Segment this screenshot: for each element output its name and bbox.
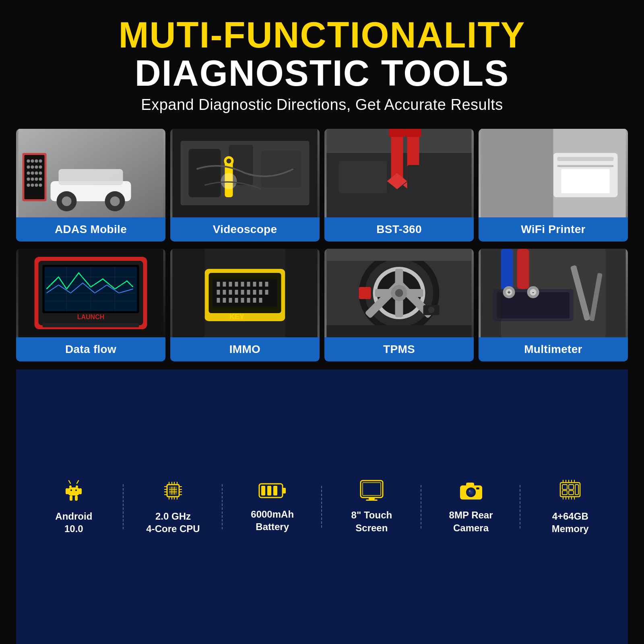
- dataflow-label: Data flow: [16, 337, 165, 361]
- svg-point-23: [35, 178, 38, 181]
- svg-rect-170: [261, 486, 265, 495]
- svg-rect-101: [173, 249, 205, 337]
- svg-rect-174: [363, 483, 381, 495]
- videoscope-label: Videoscope: [170, 217, 320, 242]
- svg-point-144: [70, 489, 72, 491]
- svg-point-13: [27, 165, 30, 169]
- svg-rect-34: [261, 151, 301, 187]
- svg-point-16: [39, 165, 42, 169]
- grid-item-multimeter: + - Multimeter: [479, 249, 628, 361]
- adas-image: [16, 129, 165, 217]
- dataflow-image: LAUNCH: [16, 249, 165, 337]
- grid-row2: LAUNCH Data flow: [16, 249, 628, 361]
- svg-rect-186: [569, 485, 574, 489]
- svg-point-28: [39, 184, 42, 187]
- videoscope-image: [170, 129, 320, 217]
- svg-point-37: [227, 159, 231, 163]
- svg-point-113: [395, 289, 403, 297]
- spec-android: Android10.0: [24, 479, 124, 535]
- svg-rect-139: [79, 488, 82, 494]
- grid-item-dataflow: LAUNCH Data flow: [16, 249, 165, 361]
- svg-rect-172: [273, 486, 277, 495]
- bst-image: [324, 129, 474, 217]
- battery-text: 6000mAhBattery: [251, 508, 294, 533]
- svg-rect-173: [361, 481, 383, 497]
- svg-line-143: [77, 481, 78, 483]
- svg-rect-89: [253, 290, 256, 295]
- svg-rect-118: [327, 325, 472, 337]
- wifi-label: WiFi Printer: [479, 217, 628, 242]
- svg-rect-46: [339, 161, 387, 193]
- spec-cpu: 2.0 GHz4-Core CPU: [124, 479, 223, 535]
- svg-rect-141: [75, 495, 78, 501]
- svg-rect-138: [66, 488, 68, 494]
- svg-rect-185: [562, 485, 567, 489]
- title-white: DIAGNOSTIC TOOLS: [119, 54, 526, 93]
- svg-rect-93: [223, 298, 226, 303]
- svg-rect-97: [247, 298, 250, 303]
- svg-point-25: [27, 184, 30, 187]
- multimeter-image: + -: [479, 249, 628, 337]
- svg-point-14: [31, 165, 34, 169]
- svg-rect-55: [481, 129, 553, 217]
- svg-rect-75: [223, 282, 226, 287]
- main-container: MUTI-FUNCTIONALITY DIAGNOSTIC TOOLS Expa…: [0, 0, 644, 644]
- svg-rect-47: [407, 165, 464, 193]
- svg-rect-32: [189, 149, 221, 197]
- svg-rect-99: [259, 298, 262, 303]
- svg-rect-85: [229, 290, 232, 295]
- svg-point-10: [31, 159, 34, 163]
- multimeter-label: Multimeter: [479, 337, 628, 361]
- svg-rect-6: [59, 169, 123, 185]
- svg-rect-189: [575, 485, 578, 495]
- svg-rect-88: [247, 290, 250, 295]
- svg-rect-79: [247, 282, 250, 287]
- svg-rect-116: [359, 287, 371, 299]
- svg-point-19: [35, 171, 38, 175]
- specs-bar: Android10.0: [16, 369, 628, 644]
- svg-rect-188: [569, 491, 574, 495]
- wifi-image: [479, 129, 628, 217]
- svg-line-142: [69, 481, 70, 483]
- svg-point-5: [110, 196, 120, 206]
- svg-rect-81: [259, 282, 262, 287]
- svg-text:LAUNCH: LAUNCH: [77, 314, 105, 320]
- android-icon: [62, 479, 86, 506]
- subtitle: Expand Diagnostic Directions, Get Accura…: [119, 96, 526, 114]
- svg-rect-45: [405, 129, 421, 137]
- spec-battery: 6000mAhBattery: [223, 481, 322, 533]
- screen-text: 8" TouchScreen: [351, 509, 392, 534]
- svg-rect-87: [241, 290, 244, 295]
- svg-rect-169: [283, 488, 286, 493]
- svg-point-9: [27, 159, 30, 163]
- immo-image: KEY: [170, 249, 320, 337]
- svg-rect-74: [217, 282, 220, 287]
- svg-rect-117: [327, 249, 472, 261]
- svg-rect-53: [561, 169, 610, 193]
- svg-rect-77: [235, 282, 238, 287]
- spec-screen: 8" TouchScreen: [322, 479, 421, 534]
- svg-rect-137: [68, 487, 80, 495]
- svg-point-22: [31, 178, 34, 181]
- svg-rect-86: [235, 290, 238, 295]
- grid-item-wifi: WiFi Printer: [479, 129, 628, 242]
- grid-item-adas: ADAS Mobile: [16, 129, 165, 242]
- svg-rect-76: [229, 282, 232, 287]
- svg-point-38: [221, 173, 237, 189]
- svg-text:-: -: [532, 289, 534, 295]
- svg-rect-69: [43, 323, 139, 327]
- svg-point-145: [75, 489, 77, 491]
- svg-point-182: [469, 490, 471, 492]
- svg-rect-84: [223, 290, 226, 295]
- svg-rect-92: [217, 298, 220, 303]
- svg-rect-187: [562, 491, 567, 495]
- svg-rect-51: [557, 157, 614, 161]
- svg-rect-95: [235, 298, 238, 303]
- svg-rect-78: [241, 282, 244, 287]
- svg-rect-82: [265, 282, 268, 287]
- header-section: MUTI-FUNCTIONALITY DIAGNOSTIC TOOLS Expa…: [119, 16, 526, 114]
- svg-point-115: [428, 307, 435, 313]
- title-yellow: MUTI-FUNCTIONALITY: [119, 16, 526, 54]
- svg-text:+: +: [507, 289, 510, 295]
- svg-text:KEY: KEY: [229, 313, 244, 321]
